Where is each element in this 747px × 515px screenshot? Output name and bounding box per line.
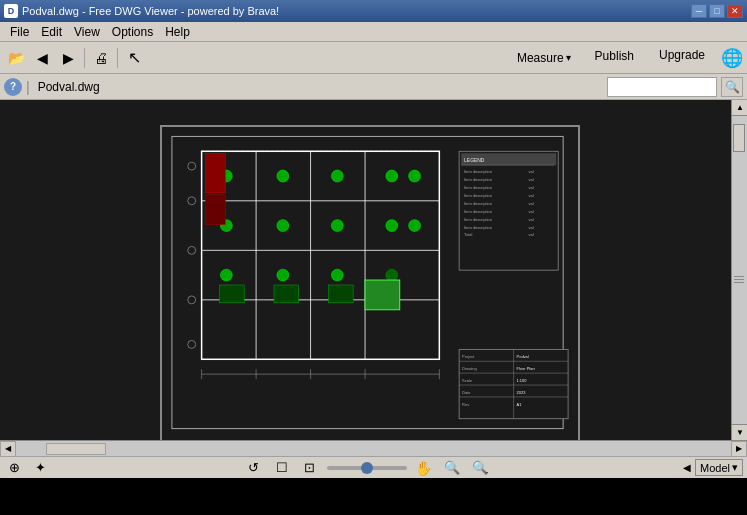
svg-rect-23: [219, 285, 244, 303]
h-scroll-left-btn[interactable]: ◀: [0, 441, 16, 457]
svg-text:val: val: [528, 217, 533, 222]
svg-text:1:100: 1:100: [517, 378, 528, 383]
v-scroll-track: [732, 116, 747, 424]
svg-point-35: [188, 246, 196, 254]
model-dropdown-arrow: ▾: [732, 461, 738, 474]
svg-text:Rev: Rev: [462, 402, 469, 407]
svg-text:Item description: Item description: [464, 209, 492, 214]
svg-point-11: [331, 170, 343, 182]
svg-text:val: val: [528, 185, 533, 190]
floor-plan-drawing: LEGEND Item description val Item descrip…: [162, 127, 578, 440]
h-scroll-thumb[interactable]: [46, 443, 106, 455]
svg-point-34: [188, 197, 196, 205]
svg-text:val: val: [528, 201, 533, 206]
minimize-button[interactable]: ─: [691, 4, 707, 18]
svg-text:Item description: Item description: [464, 169, 492, 174]
close-button[interactable]: ✕: [727, 4, 743, 18]
model-dropdown[interactable]: Model ▾: [695, 459, 743, 476]
v-scroll-lines: [734, 276, 744, 283]
menu-file[interactable]: File: [4, 22, 35, 41]
pan-btn[interactable]: ✋: [413, 458, 435, 478]
page-btn[interactable]: ☐: [271, 458, 293, 478]
back-btn[interactable]: ◀: [30, 46, 54, 70]
svg-point-13: [409, 170, 421, 182]
right-scrollbar-area: ▲ ▼: [731, 100, 747, 440]
zoom-out-btn[interactable]: 🔍-: [469, 458, 491, 478]
undo-btn[interactable]: ↺: [243, 458, 265, 478]
svg-point-10: [277, 170, 289, 182]
svg-text:val: val: [528, 177, 533, 182]
toolbar-separator-2: [117, 48, 118, 68]
maximize-button[interactable]: □: [709, 4, 725, 18]
help-button[interactable]: ?: [4, 78, 22, 96]
zoom-in-btn[interactable]: 🔍: [441, 458, 463, 478]
svg-rect-38: [206, 153, 226, 193]
svg-rect-26: [365, 280, 400, 310]
svg-text:val: val: [528, 193, 533, 198]
svg-point-36: [188, 296, 196, 304]
open-folder-btn[interactable]: 📂: [4, 46, 28, 70]
v-scroll-thumb[interactable]: [733, 124, 745, 152]
title-bar-text: Podval.dwg - Free DWG Viewer - powered b…: [22, 5, 279, 17]
search-icon-btn[interactable]: 🔍: [721, 77, 743, 97]
measure-button[interactable]: Measure ▾: [510, 46, 578, 70]
toolbar-right: Measure ▾ Publish Upgrade 🌐: [510, 46, 743, 70]
dwg-frame: LEGEND Item description val Item descrip…: [160, 125, 580, 440]
svg-text:Item description: Item description: [464, 185, 492, 190]
v-scroll-down-btn[interactable]: ▼: [732, 424, 747, 440]
svg-text:val: val: [528, 232, 533, 237]
svg-text:val: val: [528, 169, 533, 174]
grid-btn[interactable]: ⊡: [299, 458, 321, 478]
status-right: ◀ Model ▾: [683, 459, 743, 476]
svg-text:Date: Date: [462, 390, 471, 395]
svg-point-19: [220, 269, 232, 281]
menu-view[interactable]: View: [68, 22, 106, 41]
h-scroll-right-btn[interactable]: ▶: [731, 441, 747, 457]
svg-rect-25: [328, 285, 353, 303]
status-star-btn[interactable]: ✦: [30, 458, 50, 478]
svg-text:Podval: Podval: [517, 354, 529, 359]
zoom-slider-container: [327, 466, 407, 470]
upgrade-button[interactable]: Upgrade: [651, 46, 713, 70]
print-btn[interactable]: 🖨: [89, 46, 113, 70]
svg-text:Total: Total: [464, 232, 472, 237]
svg-point-16: [331, 220, 343, 232]
status-plus-btn[interactable]: ⊕: [4, 458, 24, 478]
app-icon: D: [4, 4, 18, 18]
v-scroll-up-btn[interactable]: ▲: [732, 100, 747, 116]
svg-point-17: [386, 220, 398, 232]
svg-text:Project: Project: [462, 354, 475, 359]
menu-edit[interactable]: Edit: [35, 22, 68, 41]
svg-text:A1: A1: [517, 402, 522, 407]
menu-options[interactable]: Options: [106, 22, 159, 41]
h-scroll-track: [16, 442, 731, 456]
model-left-arrow[interactable]: ◀: [683, 462, 691, 473]
forward-btn[interactable]: ▶: [56, 46, 80, 70]
drawing-viewport: LEGEND Item description val Item descrip…: [0, 100, 747, 440]
toolbar-separator-1: [84, 48, 85, 68]
svg-text:val: val: [528, 225, 533, 230]
svg-text:Item description: Item description: [464, 225, 492, 230]
model-label: Model: [700, 462, 730, 474]
status-center: ↺ ☐ ⊡ ✋ 🔍 🔍-: [56, 458, 677, 478]
menu-bar: File Edit View Options Help: [0, 22, 747, 42]
svg-point-21: [331, 269, 343, 281]
globe-icon: 🌐: [721, 47, 743, 69]
svg-point-37: [188, 340, 196, 348]
title-bar-left: D Podval.dwg - Free DWG Viewer - powered…: [4, 4, 279, 18]
main-area: LEGEND Item description val Item descrip…: [0, 100, 747, 440]
cursor-btn[interactable]: ↖: [122, 46, 146, 70]
menu-help[interactable]: Help: [159, 22, 196, 41]
svg-point-15: [277, 220, 289, 232]
zoom-thumb[interactable]: [361, 462, 373, 474]
svg-text:Scale: Scale: [462, 378, 473, 383]
search-input[interactable]: [607, 77, 717, 97]
svg-text:Floor Plan: Floor Plan: [517, 366, 535, 371]
zoom-slider[interactable]: [327, 466, 407, 470]
svg-text:Drawing: Drawing: [462, 366, 477, 371]
svg-rect-24: [274, 285, 299, 303]
publish-button[interactable]: Publish: [586, 46, 643, 70]
svg-point-12: [386, 170, 398, 182]
title-bar: D Podval.dwg - Free DWG Viewer - powered…: [0, 0, 747, 22]
svg-rect-1: [202, 151, 440, 359]
